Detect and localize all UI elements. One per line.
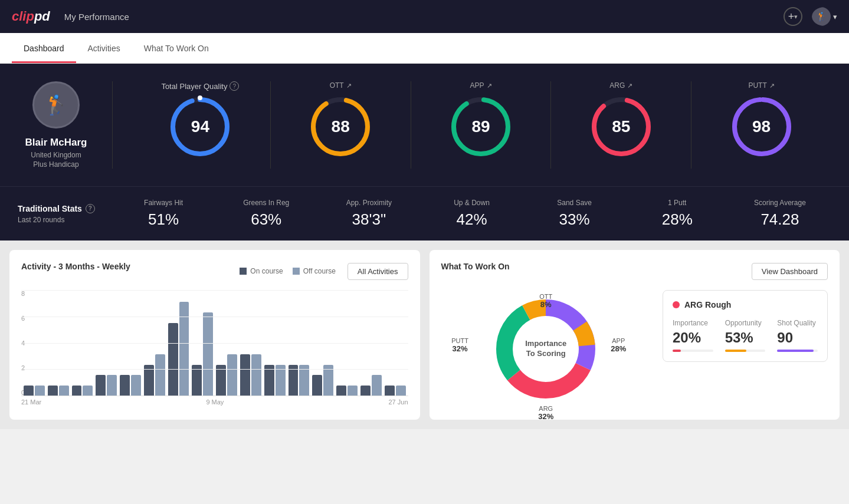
ott-arrow: ↗ bbox=[346, 82, 352, 90]
bar-oncourse bbox=[72, 386, 82, 396]
bar-offcourse bbox=[83, 386, 93, 396]
trad-stats-label: Traditional Stats ? Last 20 rounds bbox=[18, 204, 112, 224]
nav-tabs: Dashboard Activities What To Work On bbox=[0, 33, 849, 64]
donut-label-arg: ARG 32% bbox=[538, 405, 553, 421]
detail-color-dot bbox=[673, 301, 680, 308]
bar-group-10 bbox=[264, 365, 286, 396]
arg-label: ARG ↗ bbox=[609, 81, 632, 90]
bar-oncourse bbox=[216, 365, 226, 396]
score-arg: ARG ↗ 85 bbox=[551, 81, 691, 169]
putt-circle: 98 bbox=[729, 94, 794, 159]
add-button[interactable]: + ▾ bbox=[784, 7, 802, 26]
bar-group-8 bbox=[216, 354, 237, 396]
bar-oncourse bbox=[48, 386, 58, 396]
tab-dashboard[interactable]: Dashboard bbox=[12, 33, 76, 63]
wtwo-content: ImportanceTo Scoring OTT 8% APP 28% bbox=[441, 290, 828, 408]
help-icon[interactable]: ? bbox=[230, 81, 239, 91]
quality-label: Total Player Quality ? bbox=[161, 81, 239, 91]
stat-1putt: 1 Putt 28% bbox=[626, 199, 729, 229]
arg-score: 85 bbox=[612, 117, 630, 136]
tab-what-to-work-on[interactable]: What To Work On bbox=[132, 33, 221, 63]
tab-activities[interactable]: Activities bbox=[76, 33, 132, 63]
x-label-1: 21 Mar bbox=[21, 398, 41, 406]
player-country: United Kingdom bbox=[31, 151, 81, 159]
avatar: 🏌 bbox=[32, 81, 80, 129]
bar-offcourse bbox=[227, 354, 237, 396]
bar-offcourse bbox=[251, 354, 261, 396]
bar-oncourse bbox=[240, 354, 250, 396]
bar-group-13 bbox=[336, 386, 358, 396]
opportunity-bar bbox=[725, 350, 766, 352]
bar-offcourse bbox=[107, 375, 117, 396]
bar-offcourse bbox=[396, 386, 406, 396]
app-header: clippd My Performance + ▾ 🏌 ▾ bbox=[0, 0, 849, 33]
avatar: 🏌 bbox=[812, 7, 831, 26]
view-dashboard-button[interactable]: View Dashboard bbox=[752, 263, 828, 280]
bar-oncourse bbox=[312, 375, 322, 396]
donut-chart-area: ImportanceTo Scoring OTT 8% APP 28% bbox=[441, 290, 651, 408]
bar-group-15 bbox=[385, 386, 406, 396]
circle-dot bbox=[198, 95, 202, 100]
chart-legend: On course Off course bbox=[240, 267, 336, 275]
bar-offcourse bbox=[348, 386, 358, 396]
total-score: 94 bbox=[191, 117, 209, 136]
bar-group-14 bbox=[360, 375, 382, 396]
putt-label: PUTT ↗ bbox=[748, 81, 774, 90]
plus-icon: + bbox=[788, 11, 795, 23]
arg-circle: 85 bbox=[589, 94, 654, 159]
bar-oncourse bbox=[336, 386, 346, 396]
wtwo-detail: ARG Rough Importance 20% Opportunity bbox=[663, 290, 828, 408]
bottom-panels: Activity - 3 Months - Weekly On course O… bbox=[0, 241, 849, 429]
donut-label-putt: PUTT 32% bbox=[451, 337, 468, 353]
bar-oncourse bbox=[144, 365, 154, 396]
app-arrow: ↗ bbox=[487, 82, 492, 90]
stat-proximity: App. Proximity 38'3" bbox=[317, 199, 420, 229]
wtwo-header: What To Work On View Dashboard bbox=[441, 262, 828, 281]
x-label-2: 9 May bbox=[206, 398, 224, 406]
ott-circle: 88 bbox=[308, 94, 373, 159]
bar-group-4 bbox=[120, 375, 141, 396]
bar-offcourse bbox=[131, 375, 141, 396]
stat-updown: Up & Down 42% bbox=[420, 199, 523, 229]
bar-oncourse bbox=[168, 323, 178, 396]
score-putt: PUTT ↗ 98 bbox=[691, 81, 831, 169]
chart-title: Activity - 3 Months - Weekly bbox=[21, 262, 130, 271]
bar-offcourse bbox=[59, 386, 69, 396]
bar-group-3 bbox=[96, 375, 117, 396]
player-name: Blair McHarg bbox=[25, 137, 87, 149]
app-label: APP ↗ bbox=[470, 81, 491, 90]
detail-shot-quality: Shot Quality 90 bbox=[777, 319, 818, 352]
ott-score: 88 bbox=[332, 117, 350, 136]
legend-offcourse: Off course bbox=[293, 267, 336, 275]
shot-quality-fill bbox=[777, 350, 814, 352]
traditional-stats: Traditional Stats ? Last 20 rounds Fairw… bbox=[0, 186, 849, 241]
quality-scores: Total Player Quality ? 94 OTT ↗ bbox=[112, 81, 831, 169]
player-info: 🏌 Blair McHarg United Kingdom Plus Handi… bbox=[18, 81, 112, 169]
legend-oncourse: On course bbox=[240, 267, 283, 275]
app-circle: 89 bbox=[448, 94, 513, 159]
bar-offcourse bbox=[323, 365, 333, 396]
bar-group-0 bbox=[24, 386, 45, 396]
detail-opportunity: Opportunity 53% bbox=[725, 319, 766, 352]
putt-arrow: ↗ bbox=[769, 82, 775, 90]
header-actions: + ▾ 🏌 ▾ bbox=[784, 7, 837, 26]
stat-scoring: Scoring Average 74.28 bbox=[729, 199, 831, 229]
trad-help-icon[interactable]: ? bbox=[86, 204, 95, 213]
score-app: APP ↗ 89 bbox=[411, 81, 552, 169]
bar-offcourse bbox=[155, 354, 165, 396]
detail-card: ARG Rough Importance 20% Opportunity bbox=[663, 290, 828, 362]
donut-center: ImportanceTo Scoring bbox=[525, 339, 566, 359]
ott-label: OTT ↗ bbox=[330, 81, 352, 90]
bar-group-6 bbox=[168, 302, 189, 396]
detail-card-header: ARG Rough bbox=[673, 300, 818, 309]
hero-section: 🏌 Blair McHarg United Kingdom Plus Handi… bbox=[0, 64, 849, 186]
score-total: Total Player Quality ? 94 bbox=[130, 81, 271, 169]
all-activities-button[interactable]: All Activities bbox=[348, 263, 408, 280]
add-chevron: ▾ bbox=[794, 13, 798, 21]
app-logo: clippd bbox=[12, 9, 50, 24]
bar-oncourse bbox=[360, 386, 371, 396]
app-score: 89 bbox=[471, 117, 490, 136]
bar-offcourse bbox=[35, 386, 45, 396]
user-avatar-button[interactable]: 🏌 ▾ bbox=[812, 7, 837, 26]
x-label-3: 27 Jun bbox=[388, 398, 408, 406]
